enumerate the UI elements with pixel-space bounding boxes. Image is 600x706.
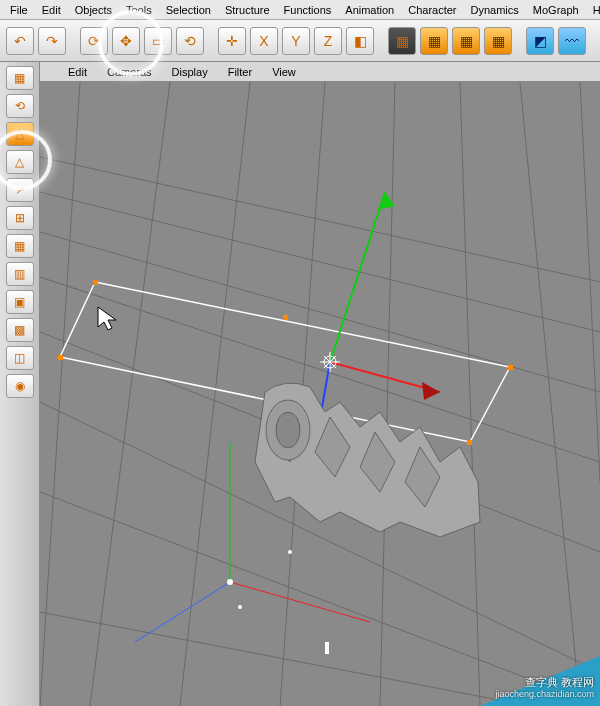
primitive-button[interactable]: ◩ — [526, 27, 554, 55]
y-axis-button[interactable]: Y — [282, 27, 310, 55]
viewport-content — [40, 82, 600, 706]
isoline-button[interactable]: ▣ — [6, 290, 34, 314]
snap-button[interactable]: ◫ — [6, 346, 34, 370]
svg-line-1 — [40, 232, 600, 392]
menu-structure[interactable]: Structure — [219, 2, 276, 18]
main-toolbar: ↶ ↷ ⟳ ✥ ▭ ⟲ ✛ X Y Z ◧ ▦ ▦ ▦ ▦ ◩ 〰 — [0, 20, 600, 62]
svg-point-37 — [288, 550, 292, 554]
x-axis-button[interactable]: X — [250, 27, 278, 55]
svg-line-13 — [520, 82, 580, 706]
points-mode-button[interactable]: ⊞ — [6, 206, 34, 230]
render-settings-button[interactable]: ▦ — [452, 27, 480, 55]
undo-button[interactable]: ↶ — [6, 27, 34, 55]
left-toolbar: ▦ ⟲ △ △ ↗ ⊞ ▦ ▥ ▣ ▩ ◫ ◉ — [0, 62, 40, 706]
svg-marker-35 — [98, 307, 116, 330]
svg-rect-18 — [508, 365, 513, 370]
viewport-menubar: Edit Cameras Display Filter View — [40, 62, 600, 82]
perspective-viewport[interactable]: 查字典 教程网 jiaocheng.chazidian.com — [40, 82, 600, 706]
spline-button[interactable]: 〰 — [558, 27, 586, 55]
svg-line-14 — [580, 82, 600, 482]
svg-rect-21 — [283, 315, 288, 320]
menu-character[interactable]: Character — [402, 2, 462, 18]
move-tool-button[interactable]: ✥ — [112, 27, 140, 55]
z-axis-button[interactable]: Z — [314, 27, 342, 55]
polygons-mode-button[interactable]: ▥ — [6, 262, 34, 286]
rotate-tool-button[interactable]: ⟲ — [176, 27, 204, 55]
vmenu-edit[interactable]: Edit — [60, 64, 95, 80]
main-menubar: File Edit Objects Tools Selection Struct… — [0, 0, 600, 20]
edges-mode-button[interactable]: ▦ — [6, 234, 34, 258]
workplane-button[interactable]: ◉ — [6, 374, 34, 398]
watermark-text: 查字典 教程网 jiaocheng.chazidian.com — [495, 676, 594, 700]
svg-line-24 — [135, 582, 230, 642]
render-picture-button[interactable]: ▦ — [484, 27, 512, 55]
svg-line-15 — [40, 157, 600, 282]
svg-point-38 — [238, 605, 242, 609]
menu-animation[interactable]: Animation — [339, 2, 400, 18]
svg-line-0 — [40, 192, 600, 332]
menu-file[interactable]: File — [4, 2, 34, 18]
svg-line-8 — [90, 82, 170, 706]
svg-rect-36 — [325, 642, 329, 654]
menu-selection[interactable]: Selection — [160, 2, 217, 18]
svg-rect-20 — [58, 355, 63, 360]
menu-objects[interactable]: Objects — [69, 2, 118, 18]
svg-line-7 — [40, 82, 80, 706]
menu-dynamics[interactable]: Dynamics — [465, 2, 525, 18]
scale-tool-button[interactable]: ▭ — [144, 27, 172, 55]
cursor-icon — [98, 307, 116, 330]
vmenu-cameras[interactable]: Cameras — [99, 64, 160, 80]
menu-tools[interactable]: Tools — [120, 2, 158, 18]
mesh-object — [255, 383, 480, 537]
live-select-button[interactable]: ⟳ — [80, 27, 108, 55]
menu-hair[interactable]: Hair — [587, 2, 600, 18]
tweak-button[interactable]: ▩ — [6, 318, 34, 342]
history-button[interactable]: ⟲ — [6, 94, 34, 118]
object-axis-button[interactable]: △ — [6, 150, 34, 174]
axis-button[interactable]: ✛ — [218, 27, 246, 55]
svg-marker-29 — [422, 382, 440, 400]
texture-button[interactable]: ↗ — [6, 178, 34, 202]
render-view-button[interactable]: ▦ — [388, 27, 416, 55]
svg-point-34 — [276, 412, 300, 448]
svg-line-6 — [40, 612, 530, 706]
render-region-button[interactable]: ▦ — [420, 27, 448, 55]
object-move-gizmo — [310, 192, 440, 430]
coord-system-button[interactable]: ◧ — [346, 27, 374, 55]
vmenu-view[interactable]: View — [264, 64, 304, 80]
menu-mograph[interactable]: MoGraph — [527, 2, 585, 18]
redo-button[interactable]: ↷ — [38, 27, 66, 55]
menu-edit[interactable]: Edit — [36, 2, 67, 18]
svg-point-25 — [227, 579, 233, 585]
model-mode-button[interactable]: △ — [6, 122, 34, 146]
menu-functions[interactable]: Functions — [278, 2, 338, 18]
svg-line-12 — [460, 82, 480, 706]
svg-rect-17 — [93, 280, 98, 285]
vmenu-display[interactable]: Display — [164, 64, 216, 80]
layout-button[interactable]: ▦ — [6, 66, 34, 90]
svg-rect-19 — [467, 440, 472, 445]
svg-line-23 — [230, 582, 370, 622]
vmenu-filter[interactable]: Filter — [220, 64, 260, 80]
view-area: Edit Cameras Display Filter View — [40, 62, 600, 706]
